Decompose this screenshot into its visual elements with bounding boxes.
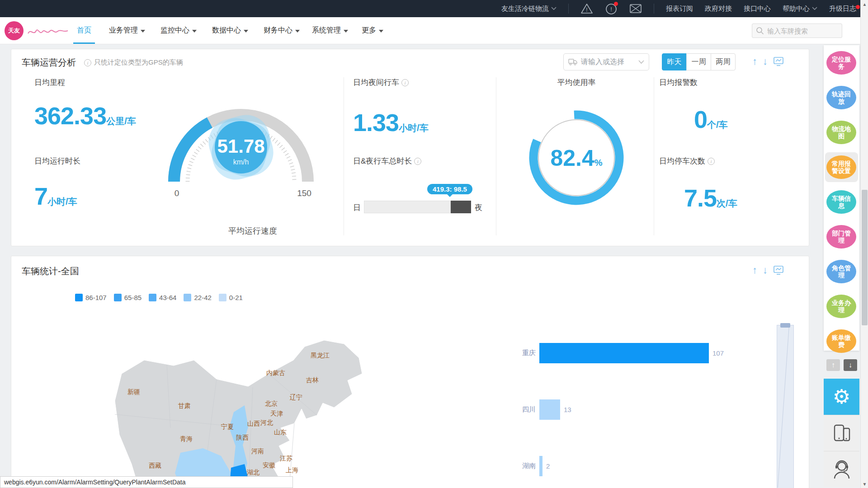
brand-logo[interactable]: 天友 [5,21,24,40]
svg-text:!: ! [610,6,612,13]
mobile-app-button[interactable] [824,415,859,451]
map-label: 天津 [270,410,283,418]
notification-dot [856,5,860,9]
gauge-caption: 平均运行速度 [203,225,302,236]
sidebar-scroll-up-button[interactable]: ↑ [826,359,840,371]
bar-row-sichuan: 四川 13 [507,399,787,420]
alarms-value: 0个/车 [694,107,728,131]
day-segment[interactable] [364,201,451,213]
sidebar-item-vehicle-info[interactable]: 车辆信息 [826,190,856,214]
sidebar-item-bill-payment[interactable]: 账单缴费 [826,329,856,353]
panel2-title: 车辆统计-全国 [22,266,79,276]
nav-item-system[interactable]: 系统管理 [312,17,348,44]
panel1-move-down-icon[interactable]: ↓ [763,56,768,67]
nav-item-business[interactable]: 业务管理 [109,17,145,44]
mail-icon[interactable] [629,3,642,14]
bar-hunan[interactable] [539,456,542,476]
nav-item-more[interactable]: 更多 [362,17,383,44]
day-label: 日 [353,202,361,213]
warning-icon[interactable]: ! [580,3,593,14]
range-button-yesterday[interactable]: 昨天 [662,53,687,70]
legend-swatch [114,294,122,301]
vehicle-operation-panel: 车辆运营分析 i只统计定位类型为GPS的车辆 请输入或选择 昨天 一周 两周 ↑… [11,49,809,246]
main-navbar: 天友 首页 业务管理 监控中心 数据中心 财务中心 系统管理 更多 [0,17,860,44]
gauge-max: 150 [297,188,311,198]
panel1-chart-toggle-icon[interactable] [773,56,784,66]
stops-value: 7.5次/车 [684,186,737,210]
chevron-down-icon [638,60,644,64]
panel1-move-up-icon[interactable]: ↑ [752,56,757,67]
sidebar-item-location-service[interactable]: 定位服务 [826,51,856,75]
customer-service-button[interactable] [824,451,859,487]
datazoom-handle[interactable] [780,323,790,328]
vehicle-statistics-panel: 车辆统计-全国 ↑ ↓ 86-107 65-85 43-64 22-42 0-2… [11,256,809,488]
quick-tools-sidebar: 定位服务 轨迹回放 物流地图 常用报警设置 车辆信息 部门管理 角色管理 业务办… [824,45,859,351]
alarms-label: 日均报警数 [659,77,698,88]
night-segment[interactable] [451,201,471,213]
topbar-link-api-center[interactable]: 接口中心 [744,5,771,13]
chart-datazoom-slider[interactable] [777,325,794,488]
nav-item-home[interactable]: 首页 [77,17,91,44]
panel2-chart-toggle-icon[interactable] [773,265,784,275]
nav-item-monitor[interactable]: 监控中心 [160,17,197,44]
company-switcher[interactable]: 友生活冷链物流 [501,5,557,13]
caret-down-icon [295,30,300,33]
sidebar-scroll-down-button[interactable]: ↓ [844,359,857,371]
range-button-two-weeks[interactable]: 两周 [711,53,736,70]
map-label: 山东 [274,428,287,436]
map-label: 江苏 [280,455,292,463]
sidebar-item-department-mgmt[interactable]: 部门管理 [826,225,856,249]
scrollbar-up-arrow[interactable]: ▲ [861,0,868,8]
topbar-link-help-center[interactable]: 帮助中心 [783,5,817,13]
map-label: 内蒙古 [266,369,285,377]
alert-clock-icon[interactable]: ! [605,2,618,15]
map-label: 黑龙江 [311,352,330,360]
nav-item-data-center[interactable]: 数据中心 [212,17,248,44]
plate-search-input[interactable] [767,27,835,35]
range-button-one-week[interactable]: 一周 [686,53,711,70]
search-icon [756,27,764,35]
sidebar-item-business-handling[interactable]: 业务办理 [826,295,856,318]
scrollbar-thumb[interactable] [862,190,868,325]
map-label: 安徽 [263,461,275,469]
nav-item-finance[interactable]: 财务中心 [264,17,300,44]
day-night-tooltip: 419.3: 98.5 [427,184,472,194]
bar-row-chongqing: 重庆 107 [507,343,787,363]
gauge-min: 0 [175,188,179,198]
bar-sichuan[interactable] [539,399,560,420]
map-label: 甘肃 [178,402,191,410]
gear-icon: ⚙ [833,387,850,407]
sidebar-item-track-replay[interactable]: 轨迹回放 [826,86,856,109]
sidebar-item-alarm-settings[interactable]: 常用报警设置 [826,155,856,179]
night-label: 夜 [475,202,482,213]
info-icon: i [708,158,715,165]
vehicle-select-dropdown[interactable]: 请输入或选择 [563,53,649,70]
top-system-bar: 友生活冷链物流 ! ! 报表订阅 政府对接 接口中心 帮助中心 升级日志 [0,0,868,17]
mileage-value: 362.33公里/车 [34,103,136,128]
runtime-label: 日均运行时长 [34,156,80,166]
sidebar-item-role-mgmt[interactable]: 角色管理 [826,260,856,283]
map-label: 陕西 [236,434,249,442]
scrollbar-down-arrow[interactable]: ▼ [861,480,868,488]
caret-down-icon [344,30,348,33]
topbar-link-government[interactable]: 政府对接 [705,5,732,13]
info-icon: i [414,158,421,165]
sidebar-item-logistics-map[interactable]: 物流地图 [826,121,856,144]
page-scrollbar[interactable]: ▲ ▼ [860,0,868,488]
panel2-move-up-icon[interactable]: ↑ [752,264,757,276]
settings-button[interactable]: ⚙ [824,379,859,415]
date-range-group: 昨天 一周 两周 [662,53,736,70]
panel2-move-down-icon[interactable]: ↓ [763,264,768,276]
map-label: 新疆 [127,388,140,396]
usage-label: 平均使用率 [509,77,644,88]
vehicle-select-placeholder: 请输入或选择 [581,57,635,67]
speed-gauge: 51.78 km/h 0 150 [158,84,325,202]
bar-chongqing[interactable] [539,343,709,363]
brand-signature-icon [26,25,69,38]
topbar-link-changelog[interactable]: 升级日志 [829,5,856,13]
info-icon: i [84,59,91,66]
gauge-unit: km/h [233,158,249,166]
caret-down-icon [379,30,383,33]
datazoom-area [778,325,789,488]
topbar-link-reports[interactable]: 报表订阅 [666,5,693,13]
